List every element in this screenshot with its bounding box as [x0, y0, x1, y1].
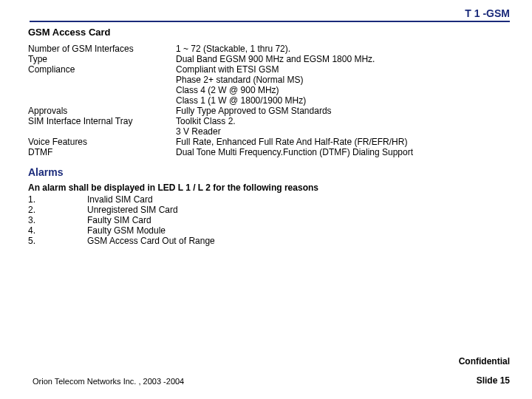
alarm-row: 2.Unregistered SIM Card — [28, 205, 510, 215]
alarm-text: Unregistered SIM Card — [87, 205, 178, 215]
alarm-row: 3.Faulty SIM Card — [28, 215, 510, 225]
spec-value: Toolkit Class 2. — [176, 116, 510, 126]
alarm-number: 5. — [28, 236, 87, 246]
alarm-number: 1. — [28, 194, 87, 205]
spec-value: Full Rate, Enhanced Full Rate And Half-R… — [176, 137, 510, 147]
spec-row: Class 1 (1 W @ 1800/1900 MHz) — [28, 95, 510, 106]
page-header: T 1 -GSM — [30, 7, 510, 22]
confidential-label: Confidential — [459, 356, 510, 366]
spec-label: Type — [28, 54, 176, 64]
alarm-row: 4.Faulty GSM Module — [28, 225, 510, 236]
section-title-gsm-access-card: GSM Access Card — [28, 27, 510, 38]
spec-value: 3 V Reader — [176, 126, 510, 137]
spec-label — [28, 75, 176, 85]
spec-row: TypeDual Band EGSM 900 MHz and EGSM 1800… — [28, 54, 510, 64]
spec-label — [28, 126, 176, 137]
section-title-alarms: Alarms — [28, 166, 510, 178]
spec-value: Class 4 (2 W @ 900 MHz) — [176, 85, 510, 95]
footer-company: Orion Telecom Networks Inc. , 2003 -2004 — [33, 377, 184, 386]
spec-row: Number of GSM Interfaces1 ~ 72 (Stackabl… — [28, 44, 510, 54]
alarm-number: 2. — [28, 205, 87, 215]
spec-value: 1 ~ 72 (Stackable, 1 thru 72). — [176, 44, 510, 54]
alarm-text: Invalid SIM Card — [87, 194, 153, 205]
spec-label — [28, 95, 176, 106]
spec-label — [28, 85, 176, 95]
spec-label: SIM Interface Internal Tray — [28, 116, 176, 126]
spec-row: Phase 2+ standard (Normal MS) — [28, 75, 510, 85]
alarms-list: 1.Invalid SIM Card2.Unregistered SIM Car… — [22, 194, 510, 246]
alarm-row: 5.GSM Access Card Out of Range — [28, 236, 510, 246]
spec-row: 3 V Reader — [28, 126, 510, 137]
spec-label: DTMF — [28, 147, 176, 157]
spec-value: Class 1 (1 W @ 1800/1900 MHz) — [176, 95, 510, 106]
spec-row: SIM Interface Internal TrayToolkit Class… — [28, 116, 510, 126]
footer-slide-number: Slide 15 — [477, 375, 510, 386]
spec-label: Compliance — [28, 64, 176, 75]
alarms-intro: An alarm shall be displayed in LED L 1 /… — [28, 183, 510, 193]
spec-row: Class 4 (2 W @ 900 MHz) — [28, 85, 510, 95]
spec-row: Voice FeaturesFull Rate, Enhanced Full R… — [28, 137, 510, 147]
spec-row: DTMFDual Tone Multi Frequency.Function (… — [28, 147, 510, 157]
alarm-number: 3. — [28, 215, 87, 225]
spec-value: Dual Band EGSM 900 MHz and EGSM 1800 MHz… — [176, 54, 510, 64]
spec-label: Number of GSM Interfaces — [28, 44, 176, 54]
spec-value: Phase 2+ standard (Normal MS) — [176, 75, 510, 85]
alarm-number: 4. — [28, 225, 87, 236]
spec-value: Compliant with ETSI GSM — [176, 64, 510, 75]
alarm-text: GSM Access Card Out of Range — [87, 236, 215, 246]
spec-label: Approvals — [28, 106, 176, 116]
alarm-row: 1.Invalid SIM Card — [28, 194, 510, 205]
spec-value: Fully Type Approved to GSM Standards — [176, 106, 510, 116]
spec-value: Dual Tone Multi Frequency.Function (DTMF… — [176, 147, 510, 157]
spec-row: ApprovalsFully Type Approved to GSM Stan… — [28, 106, 510, 116]
spec-label: Voice Features — [28, 137, 176, 147]
spec-row: ComplianceCompliant with ETSI GSM — [28, 64, 510, 75]
alarm-text: Faulty GSM Module — [87, 225, 166, 236]
alarm-text: Faulty SIM Card — [87, 215, 151, 225]
spec-table: Number of GSM Interfaces1 ~ 72 (Stackabl… — [28, 44, 510, 157]
